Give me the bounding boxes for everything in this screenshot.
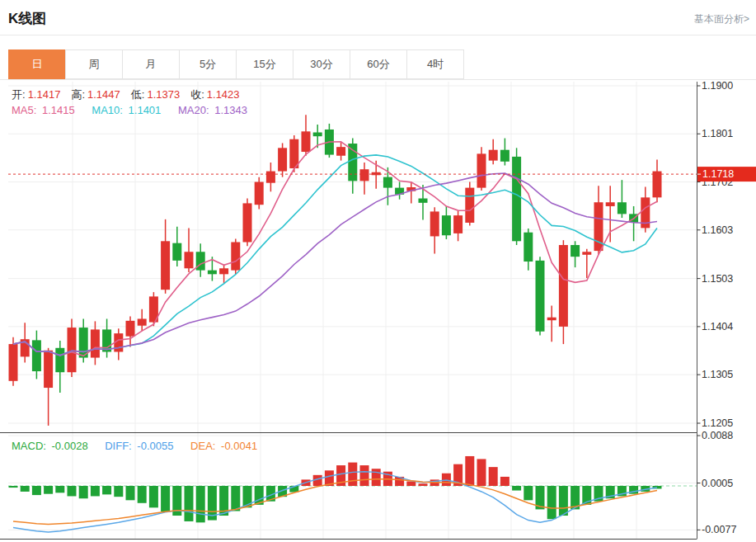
tab-5分[interactable]: 5分 — [179, 49, 237, 79]
price-tick-label: 1.1205 — [702, 417, 733, 429]
page-title: K线图 — [8, 9, 46, 28]
candle-body — [489, 150, 498, 161]
candle-body — [55, 348, 64, 372]
macd-bar — [372, 469, 381, 486]
macd-bar — [500, 477, 509, 486]
kline-chart-svg[interactable]: 1.19001.18011.17021.16031.15031.14041.13… — [0, 80, 756, 542]
candle-body — [9, 344, 18, 381]
macd-bar — [231, 486, 240, 511]
tab-15分[interactable]: 15分 — [236, 49, 293, 79]
candle-body — [500, 150, 509, 162]
candle-body — [302, 131, 311, 152]
candle-body — [255, 182, 264, 205]
candle-body — [231, 242, 240, 270]
candle-body — [208, 271, 217, 275]
candle-body — [172, 243, 181, 261]
macd-bar — [348, 463, 357, 486]
candle-body — [617, 202, 627, 214]
macd-bar — [79, 486, 88, 498]
candle-body — [138, 318, 147, 325]
tab-日[interactable]: 日 — [8, 49, 66, 79]
candle-body — [453, 215, 463, 233]
candle-body — [219, 268, 228, 274]
macd-bar — [44, 486, 53, 494]
candle-body — [559, 245, 568, 327]
price-tick-label: 1.1305 — [702, 369, 733, 380]
macd-bar — [547, 486, 556, 519]
candle-body — [278, 148, 287, 171]
tab-4时[interactable]: 4时 — [406, 49, 464, 79]
macd-bar — [9, 486, 18, 488]
candle-body — [419, 199, 428, 203]
macd-bar — [126, 486, 135, 500]
candle-body — [606, 202, 615, 206]
candle-body — [91, 329, 100, 357]
macd-bar — [21, 486, 30, 492]
candle-body — [32, 340, 41, 371]
candle-body — [126, 321, 135, 337]
candle-body — [383, 177, 392, 188]
candle-body — [68, 328, 77, 372]
candle-body — [536, 261, 545, 332]
candle-body — [372, 172, 381, 176]
macd-bar — [114, 486, 123, 497]
tab-60分[interactable]: 60分 — [350, 49, 407, 79]
macd-bar — [161, 486, 170, 511]
candle-body — [512, 157, 521, 241]
macd-bar — [559, 486, 568, 516]
timeframe-tabs: 日周月5分15分30分60分4时 — [0, 49, 756, 80]
macd-bar — [32, 486, 41, 495]
macd-bar — [185, 486, 194, 521]
candle-body — [430, 211, 439, 236]
macd-tick-label: -0.0077 — [702, 524, 736, 535]
price-tick-label: 1.1503 — [702, 273, 733, 285]
macd-bar — [360, 465, 369, 486]
macd-bar — [406, 481, 416, 486]
tab-月[interactable]: 月 — [122, 49, 180, 79]
candle-body — [336, 147, 345, 156]
candle-body — [524, 233, 533, 262]
macd-bar — [477, 459, 486, 486]
price-tick-label: 1.1603 — [702, 224, 733, 236]
kline-widget: K线图 基本面分析> 日周月5分15分30分60分4时 1.19001.1801… — [0, 0, 756, 542]
candle-body — [477, 153, 486, 187]
macd-tick-label: 0.0088 — [702, 430, 733, 441]
price-tick-label: 1.1801 — [702, 128, 733, 139]
candle-body — [465, 188, 474, 223]
macd-bar — [138, 486, 147, 503]
macd-bar — [419, 483, 428, 486]
macd-bar — [102, 486, 111, 494]
candle-body — [313, 132, 322, 136]
chart-area[interactable]: 1.19001.18011.17021.16031.15031.14041.13… — [0, 80, 756, 542]
tab-30分[interactable]: 30分 — [293, 49, 350, 79]
current-price-label: 1.1718 — [702, 168, 734, 180]
macd-bar — [196, 486, 205, 522]
candle-body — [571, 245, 580, 257]
candle-body — [44, 351, 53, 388]
candle-body — [653, 172, 662, 198]
candle-body — [582, 252, 591, 255]
macd-bar — [55, 486, 64, 493]
macd-bar — [465, 456, 474, 486]
macd-bar — [512, 486, 521, 491]
widget-header: K线图 基本面分析> — [0, 0, 756, 35]
macd-bar — [489, 467, 498, 486]
candle-body — [442, 215, 451, 235]
macd-bar — [149, 486, 158, 507]
candle-body — [185, 252, 194, 268]
tab-周[interactable]: 周 — [65, 49, 123, 79]
candle-body — [360, 169, 369, 181]
candle-body — [243, 203, 252, 242]
price-tick-label: 1.1900 — [702, 80, 733, 92]
price-tick-label: 1.1404 — [702, 321, 733, 332]
candle-body — [161, 241, 170, 290]
macd-bar — [91, 486, 100, 496]
macd-bar — [68, 486, 77, 496]
fundamental-analysis-link[interactable]: 基本面分析> — [694, 12, 749, 26]
candle-body — [348, 144, 357, 181]
candle-body — [266, 172, 275, 183]
candle-body — [547, 318, 556, 321]
macd-bar — [524, 486, 533, 500]
macd-tick-label: 0.0005 — [702, 478, 733, 489]
